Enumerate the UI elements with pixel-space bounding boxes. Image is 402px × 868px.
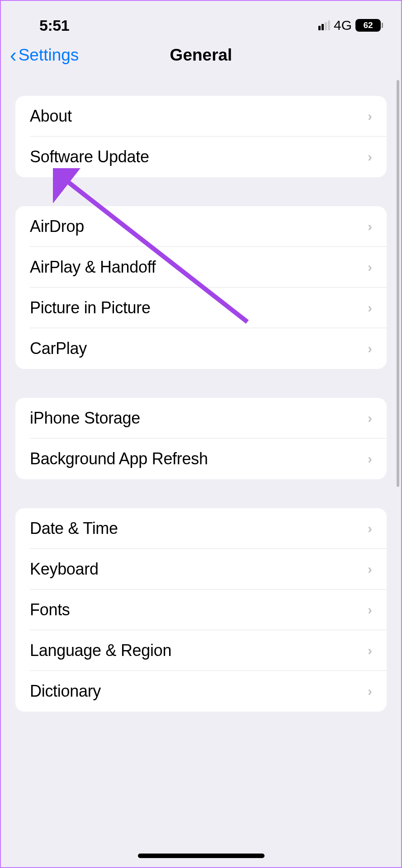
settings-section: iPhone Storage › Background App Refresh … bbox=[15, 398, 387, 479]
status-time: 5:51 bbox=[39, 17, 69, 34]
status-indicators: 4G 62 bbox=[318, 18, 383, 33]
back-label: Settings bbox=[19, 46, 79, 65]
home-indicator[interactable] bbox=[138, 854, 265, 858]
row-label: Fonts bbox=[30, 600, 70, 619]
row-label: AirPlay & Handoff bbox=[30, 258, 156, 277]
row-background-app-refresh[interactable]: Background App Refresh › bbox=[15, 439, 387, 479]
chevron-right-icon: › bbox=[368, 684, 372, 699]
row-iphone-storage[interactable]: iPhone Storage › bbox=[15, 398, 387, 439]
chevron-right-icon: › bbox=[368, 259, 372, 275]
row-label: Background App Refresh bbox=[30, 449, 208, 468]
row-airdrop[interactable]: AirDrop › bbox=[15, 206, 387, 247]
chevron-right-icon: › bbox=[368, 643, 372, 658]
row-picture-in-picture[interactable]: Picture in Picture › bbox=[15, 288, 387, 328]
battery-icon: 62 bbox=[355, 19, 383, 32]
chevron-right-icon: › bbox=[368, 108, 372, 124]
chevron-right-icon: › bbox=[368, 219, 372, 234]
row-dictionary[interactable]: Dictionary › bbox=[15, 671, 387, 712]
settings-content[interactable]: About › Software Update › AirDrop › AirP… bbox=[1, 78, 401, 712]
row-label: About bbox=[30, 107, 72, 126]
row-about[interactable]: About › bbox=[15, 96, 387, 137]
network-type-label: 4G bbox=[334, 18, 352, 33]
settings-section: AirDrop › AirPlay & Handoff › Picture in… bbox=[15, 206, 387, 369]
chevron-right-icon: › bbox=[368, 300, 372, 316]
back-button[interactable]: ‹ Settings bbox=[10, 45, 79, 65]
scrollbar[interactable] bbox=[397, 80, 399, 487]
row-label: Keyboard bbox=[30, 560, 99, 579]
settings-section: About › Software Update › bbox=[15, 96, 387, 177]
chevron-right-icon: › bbox=[368, 341, 372, 356]
row-label: Dictionary bbox=[30, 682, 101, 701]
row-label: iPhone Storage bbox=[30, 409, 140, 428]
chevron-right-icon: › bbox=[368, 410, 372, 426]
page-title: General bbox=[170, 46, 232, 65]
status-bar: 5:51 4G 62 bbox=[1, 1, 401, 37]
row-carplay[interactable]: CarPlay › bbox=[15, 328, 387, 369]
row-date-time[interactable]: Date & Time › bbox=[15, 508, 387, 549]
navigation-bar: ‹ Settings General bbox=[1, 37, 401, 78]
row-label: CarPlay bbox=[30, 339, 87, 358]
cellular-signal-icon bbox=[318, 20, 330, 30]
row-fonts[interactable]: Fonts › bbox=[15, 590, 387, 630]
row-label: Language & Region bbox=[30, 641, 171, 660]
chevron-left-icon: ‹ bbox=[10, 45, 17, 65]
row-software-update[interactable]: Software Update › bbox=[15, 137, 387, 177]
row-label: Picture in Picture bbox=[30, 298, 151, 317]
chevron-right-icon: › bbox=[368, 451, 372, 467]
chevron-right-icon: › bbox=[368, 561, 372, 577]
row-keyboard[interactable]: Keyboard › bbox=[15, 549, 387, 590]
settings-section: Date & Time › Keyboard › Fonts › Languag… bbox=[15, 508, 387, 712]
row-label: Software Update bbox=[30, 147, 149, 166]
row-label: Date & Time bbox=[30, 519, 118, 538]
battery-level: 62 bbox=[355, 19, 381, 32]
chevron-right-icon: › bbox=[368, 521, 372, 536]
row-label: AirDrop bbox=[30, 217, 84, 236]
row-airplay-handoff[interactable]: AirPlay & Handoff › bbox=[15, 247, 387, 288]
chevron-right-icon: › bbox=[368, 149, 372, 165]
chevron-right-icon: › bbox=[368, 602, 372, 618]
row-language-region[interactable]: Language & Region › bbox=[15, 630, 387, 671]
